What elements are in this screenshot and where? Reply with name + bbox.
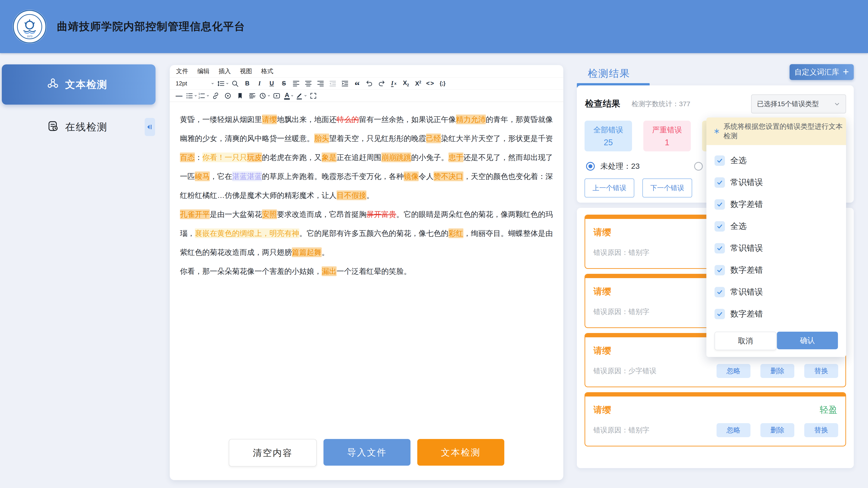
align-left-icon[interactable]	[290, 78, 302, 89]
editor-content[interactable]: 黄昏，一缕轻烟从烟囱里请缨地飘出来，地面还特么的留有一丝余热，如果说正午像精力允…	[170, 102, 563, 281]
superscript-icon[interactable]: X2	[412, 78, 424, 89]
replace-button[interactable]: 替换	[804, 364, 838, 378]
anchor-icon[interactable]	[222, 91, 234, 101]
error-highlight[interactable]: 赞不决口	[434, 171, 463, 181]
error-highlight[interactable]: 玩皮	[247, 153, 262, 162]
checkbox-checked-icon[interactable]	[715, 287, 725, 297]
error-highlight[interactable]: 请缨	[262, 115, 277, 124]
remove-format-icon[interactable]: Ix	[388, 78, 400, 89]
ignore-button[interactable]: 忽略	[717, 364, 750, 378]
text-color-icon[interactable]: A	[283, 91, 295, 101]
menu-item-1[interactable]: 编辑	[197, 67, 210, 75]
error-type-option[interactable]: 常识错误	[706, 171, 846, 193]
next-error-button[interactable]: 下一个错误	[643, 178, 692, 197]
error-highlight[interactable]: 胎头	[314, 133, 329, 143]
error-highlight[interactable]: 你看！一只只	[202, 153, 247, 162]
align-center-icon[interactable]	[302, 78, 314, 89]
code-icon[interactable]: <>	[424, 78, 436, 89]
subscript-icon[interactable]: X2	[400, 78, 412, 89]
datetime-icon[interactable]	[258, 91, 271, 101]
italic-icon[interactable]: I	[253, 78, 266, 89]
error-type-option[interactable]: 常识错误	[706, 281, 846, 303]
error-card[interactable]: 请缨轻盈错误原因：错别字忽略删除替换	[585, 392, 846, 447]
media-icon[interactable]	[271, 91, 283, 101]
font-size-select[interactable]: 12pt	[173, 78, 217, 89]
sidebar-item-text-detection[interactable]: 文本检测	[2, 64, 156, 105]
error-type-option[interactable]: 数字差错	[706, 259, 846, 281]
error-highlight[interactable]: 精力允沛	[456, 115, 486, 124]
error-type-option[interactable]: 数字差错	[706, 303, 846, 325]
suggestion-word[interactable]: 轻盈	[819, 404, 837, 416]
checkbox-checked-icon[interactable]	[715, 199, 725, 210]
radio-processed[interactable]	[693, 161, 704, 172]
bookmark-icon[interactable]	[234, 91, 246, 101]
sidebar-item-online-detection[interactable]: 在线检测	[2, 114, 142, 140]
fullscreen-icon[interactable]	[307, 91, 319, 101]
text-detect-button[interactable]: 文本检测	[417, 439, 504, 466]
highlight-color-icon[interactable]	[295, 91, 307, 101]
search-icon[interactable]	[229, 78, 241, 89]
cancel-button[interactable]: 取消	[715, 332, 776, 350]
checkbox-checked-icon[interactable]	[715, 265, 725, 275]
error-highlight[interactable]: 象是	[322, 153, 337, 162]
error-highlight[interactable]: 襄嵌在黄色的绸缎上，明亮有神	[195, 228, 299, 238]
error-highlight[interactable]: 峻马	[195, 171, 210, 181]
error-highlight[interactable]: 湛蓝湛蓝	[232, 171, 262, 181]
checkbox-checked-icon[interactable]	[715, 243, 725, 254]
checkbox-checked-icon[interactable]	[715, 309, 725, 319]
delete-button[interactable]: 删除	[761, 423, 794, 437]
link-icon[interactable]	[210, 91, 222, 101]
error-highlight[interactable]: 镜像	[404, 171, 418, 181]
error-stat-chip-pink[interactable]: 严重错误1	[643, 121, 691, 151]
checkbox-checked-icon[interactable]	[715, 156, 725, 166]
results-tab-title[interactable]: 检测结果	[588, 67, 630, 80]
error-highlight[interactable]: 篇篇起舞	[292, 248, 322, 257]
error-highlight[interactable]: 忠于	[448, 153, 463, 162]
sidebar-collapse-button[interactable]	[145, 118, 155, 136]
ignore-button[interactable]: 忽略	[717, 423, 750, 437]
outdent-icon[interactable]	[327, 78, 339, 89]
horizontal-rule-icon[interactable]: —	[173, 91, 185, 101]
page-break-icon[interactable]	[246, 91, 258, 101]
error-highlight[interactable]: 目不假接	[337, 191, 366, 200]
align-right-icon[interactable]	[314, 78, 327, 89]
menu-item-3[interactable]: 视图	[240, 67, 252, 75]
menu-item-4[interactable]: 格式	[261, 67, 273, 75]
import-file-button[interactable]: 导入文件	[323, 439, 410, 466]
numbered-list-icon[interactable]: 12	[197, 91, 210, 101]
error-highlight[interactable]: 孔雀开平	[180, 209, 210, 219]
replace-button[interactable]: 替换	[804, 423, 838, 437]
error-stat-chip-blue[interactable]: 全部错误25	[585, 121, 632, 151]
checkbox-checked-icon[interactable]	[715, 177, 725, 188]
checkbox-checked-icon[interactable]	[715, 221, 725, 232]
line-height-icon[interactable]	[217, 78, 229, 89]
error-type-option[interactable]: 全选	[706, 215, 846, 237]
bold-icon[interactable]: B	[241, 78, 253, 89]
error-type-option[interactable]: 数字差错	[706, 193, 846, 215]
error-highlight[interactable]: 己经	[426, 133, 441, 143]
error-highlight[interactable]: 特么的	[337, 115, 359, 124]
error-highlight[interactable]: 漏出	[322, 266, 337, 276]
undo-icon[interactable]	[363, 78, 375, 89]
error-type-option[interactable]: 常识错误	[706, 237, 846, 259]
underline-icon[interactable]: U	[266, 78, 278, 89]
menu-item-2[interactable]: 插入	[219, 67, 231, 75]
code-sample-icon[interactable]: {;}	[436, 78, 449, 89]
strikethrough-icon[interactable]: S	[278, 78, 290, 89]
error-highlight[interactable]: 彩红	[448, 228, 463, 238]
error-highlight[interactable]: 屏开富贵	[366, 209, 396, 219]
bullet-list-icon[interactable]	[185, 91, 197, 101]
error-type-option[interactable]: 全选	[706, 150, 846, 171]
blockquote-icon[interactable]: “	[351, 78, 363, 89]
custom-vocab-button[interactable]: 自定义词汇库 +	[789, 64, 854, 80]
error-highlight[interactable]: 安照	[262, 209, 277, 219]
error-highlight[interactable]: 崩崩跳跳	[381, 153, 411, 162]
confirm-button[interactable]: 确认	[777, 332, 838, 349]
radio-unprocessed[interactable]: 未处理：23	[585, 161, 640, 171]
clear-content-button[interactable]: 清空内容	[229, 439, 317, 466]
delete-button[interactable]: 删除	[761, 364, 794, 378]
error-highlight[interactable]: 百态	[180, 153, 195, 162]
indent-icon[interactable]	[339, 78, 351, 89]
error-type-select[interactable]: 已选择15个错误类型	[751, 94, 846, 113]
menu-item-0[interactable]: 文件	[176, 67, 188, 75]
